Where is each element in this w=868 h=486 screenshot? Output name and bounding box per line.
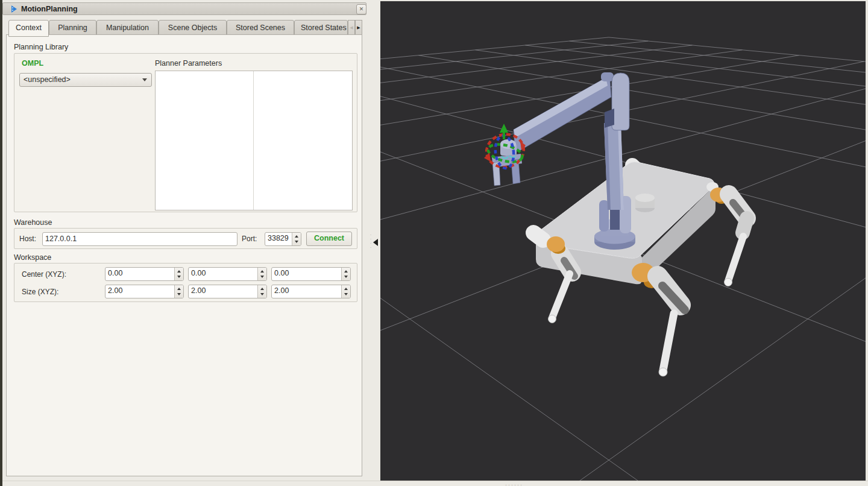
tab-scene-objects[interactable]: Scene Objects <box>159 20 227 35</box>
panel-titlebar[interactable]: MotionPlanning ✕ <box>2 2 366 15</box>
spin-down-icon[interactable] <box>344 293 348 295</box>
size-xyz-label: Size (XYZ): <box>22 288 58 296</box>
rear-right-leg <box>706 182 749 286</box>
spinner-buttons[interactable] <box>257 285 266 298</box>
spin-up-icon[interactable] <box>177 270 181 273</box>
spinner-buttons[interactable] <box>341 268 350 280</box>
center-y-value: 0.00 <box>191 269 206 277</box>
window-bottom-bar[interactable]: ······ <box>2 481 868 486</box>
center-y-spinbox[interactable]: 0.00 <box>188 267 267 281</box>
center-xyz-label: Center (XYZ): <box>22 270 66 279</box>
spin-up-icon[interactable] <box>177 288 181 290</box>
workspace-heading: Workspace <box>14 253 51 262</box>
spin-down-icon[interactable] <box>295 241 298 243</box>
spin-up-icon[interactable] <box>344 270 348 273</box>
host-input[interactable]: 127.0.0.1 <box>42 232 237 246</box>
context-tab-page: Planning Library OMPL <unspecified> Plan… <box>6 34 362 476</box>
spin-up-icon[interactable] <box>260 288 264 290</box>
spin-down-icon[interactable] <box>344 276 348 278</box>
tab-manipulation[interactable]: Manipulation <box>96 20 159 35</box>
splitter-grip-dots: ···· <box>368 233 373 250</box>
close-button[interactable]: ✕ <box>356 4 366 14</box>
quadruped-robot-model <box>483 72 749 376</box>
rviz-3d-viewport[interactable] <box>380 0 868 481</box>
spin-down-icon[interactable] <box>260 276 264 278</box>
center-z-spinbox[interactable]: 0.00 <box>271 267 351 281</box>
port-spinbox[interactable]: 33829 <box>265 232 301 246</box>
viewport-top-border <box>380 0 868 1</box>
spin-up-icon[interactable] <box>344 288 348 290</box>
spinner-buttons[interactable] <box>292 233 301 245</box>
planner-combo-value: <unspecified> <box>24 75 71 84</box>
spinner-buttons[interactable] <box>341 285 350 298</box>
center-x-spinbox[interactable]: 0.00 <box>105 267 184 281</box>
tab-context[interactable]: Context <box>8 20 49 37</box>
table-column-divider <box>253 71 254 210</box>
moveit-icon <box>10 5 19 13</box>
spinner-buttons[interactable] <box>257 268 266 280</box>
planning-library-group: OMPL <unspecified> Planner Parameters <box>14 53 357 212</box>
port-value: 33829 <box>268 234 289 242</box>
spin-down-icon[interactable] <box>177 293 181 295</box>
center-z-value: 0.00 <box>274 269 289 277</box>
warehouse-group: Host: 127.0.0.1 Port: 33829 Connect <box>14 228 357 249</box>
spin-down-icon[interactable] <box>177 276 181 278</box>
tab-scroll-right-icon[interactable]: ▶ <box>355 20 362 35</box>
port-label: Port: <box>242 235 257 243</box>
spin-down-icon[interactable] <box>260 293 264 295</box>
workspace-group: Center (XYZ): 0.00 0.00 0.00 Size (XYZ):… <box>14 263 357 302</box>
front-right-leg <box>632 263 685 376</box>
planner-combo[interactable]: <unspecified> <box>19 73 152 87</box>
panel-title: MotionPlanning <box>21 5 78 13</box>
planner-parameters-heading: Planner Parameters <box>155 59 222 68</box>
spin-up-icon[interactable] <box>260 270 264 273</box>
center-x-value: 0.00 <box>108 269 122 277</box>
size-x-value: 2.00 <box>108 286 122 295</box>
tab-stored-scenes[interactable]: Stored Scenes <box>227 20 294 35</box>
spinner-buttons[interactable] <box>174 268 183 280</box>
size-y-value: 2.00 <box>191 286 206 295</box>
tab-planning[interactable]: Planning <box>49 20 96 35</box>
library-name-label: OMPL <box>22 59 43 68</box>
connect-button[interactable]: Connect <box>306 232 352 246</box>
size-y-spinbox[interactable]: 2.00 <box>188 285 267 298</box>
tab-stored-states[interactable]: Stored States <box>294 20 348 35</box>
warehouse-heading: Warehouse <box>14 218 52 227</box>
planner-parameters-table[interactable] <box>155 71 353 210</box>
tab-scroll-left-icon[interactable]: ◀ <box>348 20 355 35</box>
splitter-collapse-icon[interactable] <box>373 239 378 246</box>
spinner-buttons[interactable] <box>174 285 183 298</box>
host-label: Host: <box>19 235 36 243</box>
size-z-value: 2.00 <box>274 286 289 295</box>
motion-planning-panel: MotionPlanning ✕ Context Planning Manipu… <box>2 2 366 476</box>
spin-up-icon[interactable] <box>295 235 298 238</box>
bottom-grip-dots: ······ <box>505 482 523 486</box>
planning-library-heading: Planning Library <box>14 43 68 51</box>
viewport-right-border <box>866 0 868 481</box>
chevron-down-icon <box>142 78 147 81</box>
panel-splitter[interactable]: ···· <box>366 0 380 481</box>
size-x-spinbox[interactable]: 2.00 <box>105 285 184 298</box>
size-z-spinbox[interactable]: 2.00 <box>271 285 351 298</box>
